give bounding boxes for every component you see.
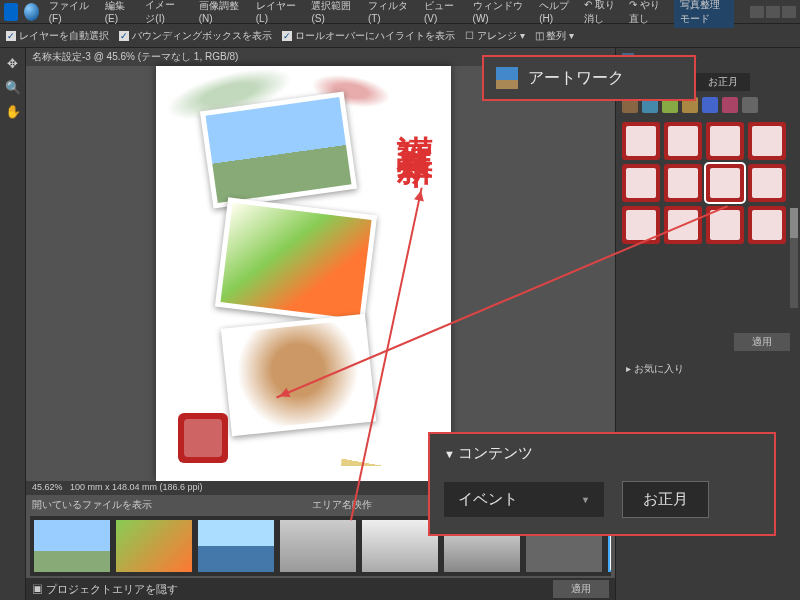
panel-scrollbar[interactable] [790,208,798,308]
move-tool[interactable]: ✥ [4,54,22,72]
options-bar: ✓レイヤーを自動選択 ✓バウンディングボックスを表示 ✓ロールオーバーにハイライ… [0,24,800,48]
artwork-item[interactable] [622,122,660,160]
content-category-select[interactable]: イベント [444,482,604,517]
bin-thumb[interactable] [280,520,356,572]
photo-dog[interactable] [221,314,376,437]
maximize-button[interactable] [766,6,780,18]
zoom-level: 45.62% [32,482,63,492]
artwork-grid [616,116,800,250]
vertical-greeting-text[interactable]: 謹賀新年 [390,106,439,130]
panel-apply-button[interactable]: 適用 [734,333,790,351]
bin-thumb[interactable] [34,520,110,572]
align-dropdown[interactable]: ◫ 整列 ▾ [535,29,575,43]
opt-auto-select[interactable]: ✓レイヤーを自動選択 [6,29,109,43]
app-icon [4,3,18,21]
callout-artwork: アートワーク [482,55,696,101]
callout-artwork-label: アートワーク [528,68,624,89]
organizer-mode-button[interactable]: 写真整理モード [674,0,734,28]
doc-dimensions: 100 mm x 148.04 mm (186.6 ppi) [70,482,203,492]
easel-icon [496,67,518,89]
menu-file[interactable]: ファイル(F) [45,0,95,26]
apply-button-bottom[interactable]: 適用 [553,580,609,598]
menu-window[interactable]: ウィンドウ(W) [469,0,530,26]
content-panel-title: コンテンツ [444,444,760,463]
opt-rollover-highlight[interactable]: ✓ロールオーバーにハイライトを表示 [282,29,455,43]
artwork-item[interactable] [664,164,702,202]
minimize-button[interactable] [750,6,764,18]
arrange-dropdown[interactable]: ☐ アレンジ ▾ [465,29,525,43]
menu-bar: ファイル(F) 編集(E) イメージ(I) 画像調整(N) レイヤー(L) 選択… [0,0,800,24]
bin-thumb[interactable] [116,520,192,572]
hide-project-area[interactable]: ▣ プロジェクトエリアを隠す [32,582,178,597]
menu-view[interactable]: ビュー(V) [420,0,463,26]
close-button[interactable] [782,6,796,18]
artwork-item[interactable] [748,122,786,160]
zodiac-stamp[interactable] [178,413,228,463]
menu-help[interactable]: ヘルプ(H) [535,0,578,26]
menu-adjust[interactable]: 画像調整(N) [195,0,246,26]
photo-mountain[interactable] [200,91,357,208]
bottom-bar: ▣ プロジェクトエリアを隠す 適用 [26,578,615,600]
menu-edit[interactable]: 編集(E) [101,0,136,26]
artwork-item[interactable] [706,122,744,160]
bin-thumb[interactable] [362,520,438,572]
filmstrip-show-open[interactable]: 開いているファイルを表示 [32,498,152,512]
content-subcategory-button[interactable]: お正月 [622,481,709,518]
hand-tool[interactable]: ✋ [4,102,22,120]
orb-button[interactable] [24,3,38,21]
menu-image[interactable]: イメージ(I) [141,0,188,28]
artwork-item[interactable] [664,122,702,160]
artwork-item[interactable] [622,164,660,202]
type-icon[interactable] [742,97,758,113]
filter-subcategory[interactable]: お正月 [696,73,750,91]
menu-select[interactable]: 選択範囲(S) [307,0,358,26]
redo-button[interactable]: ↷ やり直し [629,0,664,26]
menu-filter[interactable]: フィルタ(T) [364,0,414,26]
undo-button[interactable]: ↶ 取り消し [584,0,619,26]
callout-content: コンテンツ イベント お正月 [428,432,776,536]
menu-layer[interactable]: レイヤー(L) [252,0,302,26]
bin-thumb[interactable] [198,520,274,572]
zoom-tool[interactable]: 🔍 [4,78,22,96]
artwork-item[interactable] [622,206,660,244]
photo-fruit[interactable] [215,197,377,324]
canvas[interactable]: 謹賀新年 [156,66,451,481]
artwork-item[interactable] [748,206,786,244]
favorites-section[interactable]: ▸ お気に入り [626,362,684,376]
opt-bounding-box[interactable]: ✓バウンディングボックスを表示 [119,29,272,43]
artwork-item-selected[interactable] [706,164,744,202]
type-icon[interactable] [722,97,738,113]
filmstrip-area: エリア名映作 [312,498,372,512]
type-icon[interactable] [702,97,718,113]
window-controls [750,6,796,18]
tool-palette: ✥ 🔍 ✋ [0,48,26,600]
artwork-item[interactable] [748,164,786,202]
